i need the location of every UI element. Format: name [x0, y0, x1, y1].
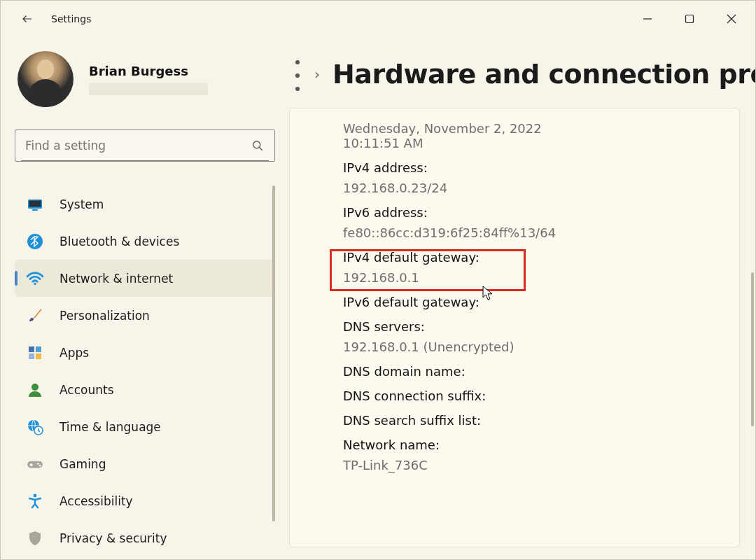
sidebar-item-label: System	[59, 197, 104, 211]
avatar	[18, 51, 74, 107]
sidebar-item-privacy-security[interactable]: Privacy & security	[15, 519, 275, 556]
gamepad-icon	[26, 455, 44, 473]
prop-row: IPv4 default gateway:192.168.0.1	[343, 250, 739, 285]
prop-row: DNS search suffix list:	[343, 413, 739, 428]
svg-point-6	[34, 282, 36, 284]
profile-block[interactable]: Brian Burgess	[18, 51, 275, 107]
svg-point-1	[253, 141, 260, 148]
window-title: Settings	[51, 13, 91, 24]
sidebar-item-apps[interactable]: Apps	[15, 334, 275, 371]
globe-clock-icon	[26, 418, 44, 436]
prop-label: IPv6 address:	[343, 205, 739, 220]
arrow-left-icon	[21, 13, 34, 25]
sidebar-item-label: Gaming	[59, 457, 106, 471]
sidebar-item-label: Bluetooth & devices	[59, 234, 179, 248]
sidebar-item-label: Accounts	[59, 383, 114, 397]
person-icon	[26, 381, 44, 399]
sidebar-scrollbar[interactable]	[272, 186, 275, 522]
profile-texts: Brian Burgess	[89, 64, 208, 95]
user-display-name: Brian Burgess	[89, 64, 208, 78]
prop-label: DNS servers:	[343, 319, 739, 334]
prop-row: DNS servers:192.168.0.1 (Unencrypted)	[343, 319, 739, 354]
prop-value: 192.168.0.23/24	[343, 181, 739, 195]
prop-time: 10:11:51 AM	[343, 136, 739, 150]
prop-row: DNS domain name:	[343, 364, 739, 379]
brush-icon	[26, 307, 44, 325]
sidebar-item-label: Time & language	[59, 420, 161, 434]
svg-rect-0	[686, 15, 694, 23]
prop-label: Network name:	[343, 438, 739, 452]
back-button[interactable]	[16, 8, 38, 30]
user-email-redacted	[89, 83, 208, 95]
svg-point-17	[34, 493, 37, 497]
main-pane: › Hardware and connection pro Wednesday,…	[289, 37, 756, 559]
monitor-icon	[26, 195, 44, 214]
breadcrumb: › Hardware and connection pro	[289, 54, 756, 94]
svg-rect-9	[29, 354, 34, 359]
prop-row: DNS connection suffix:	[343, 388, 739, 403]
sidebar-item-label: Privacy & security	[59, 531, 167, 545]
sidebar-item-accounts[interactable]: Accounts	[15, 371, 275, 408]
prop-row: Network name:TP-Link_736C	[343, 438, 739, 472]
nav-wrap: SystemBluetooth & devicesNetwork & inter…	[15, 186, 275, 556]
chevron-right-icon: ›	[314, 66, 320, 83]
content-area: Brian Burgess SystemBluetooth & devicesN…	[1, 37, 755, 559]
shield-icon	[26, 529, 44, 547]
prop-row: IPv6 address:fe80::86cc:d319:6f25:84ff%1…	[343, 205, 739, 240]
sidebar-item-network-internet[interactable]: Network & internet	[15, 260, 275, 297]
titlebar: Settings	[1, 1, 755, 37]
sidebar-item-label: Apps	[59, 346, 89, 360]
close-button[interactable]	[710, 5, 752, 33]
prop-value: 192.168.0.1 (Unencrypted)	[343, 340, 739, 354]
sidebar-item-label: Personalization	[59, 309, 150, 323]
page-scrollbar[interactable]	[751, 272, 754, 426]
minimize-button[interactable]	[626, 5, 668, 33]
sidebar-item-gaming[interactable]: Gaming	[15, 445, 275, 482]
bluetooth-icon	[26, 232, 44, 251]
prop-row: IPv6 default gateway:	[343, 295, 739, 309]
sidebar-item-personalization[interactable]: Personalization	[15, 297, 275, 334]
prop-value: fe80::86cc:d319:6f25:84ff%13/64	[343, 225, 739, 240]
svg-point-16	[39, 464, 41, 466]
breadcrumb-overflow[interactable]	[293, 54, 302, 94]
sidebar-item-bluetooth-devices[interactable]: Bluetooth & devices	[15, 223, 275, 260]
properties-panel: Wednesday, November 2, 2022 10:11:51 AM …	[289, 108, 740, 547]
prop-value: TP-Link_736C	[343, 458, 739, 472]
maximize-icon	[685, 14, 694, 24]
prop-label: DNS connection suffix:	[343, 388, 739, 403]
settings-window: Settings Brian Burgess	[0, 0, 756, 560]
sidebar-nav: SystemBluetooth & devicesNetwork & inter…	[15, 186, 275, 556]
svg-rect-4	[32, 209, 38, 211]
svg-rect-3	[29, 200, 41, 206]
minimize-icon	[643, 14, 652, 24]
wifi-icon	[26, 270, 44, 288]
apps-icon	[26, 344, 44, 362]
prop-label: IPv4 default gateway:	[343, 250, 739, 265]
sidebar-item-system[interactable]: System	[15, 186, 275, 223]
prop-row: IPv4 address:192.168.0.23/24	[343, 160, 739, 195]
svg-rect-8	[36, 346, 41, 352]
search-input[interactable]	[25, 139, 251, 153]
prop-label: IPv4 address:	[343, 160, 739, 175]
svg-point-11	[31, 384, 38, 391]
accessibility-icon	[26, 492, 44, 510]
search-box[interactable]	[15, 130, 275, 162]
prop-value: 192.168.0.1	[343, 270, 739, 285]
prop-label: DNS search suffix list:	[343, 413, 739, 428]
svg-point-5	[27, 234, 43, 249]
page-title: Hardware and connection pro	[332, 59, 756, 90]
svg-rect-10	[36, 354, 41, 359]
search-icon	[251, 139, 265, 153]
prop-label: IPv6 default gateway:	[343, 295, 739, 309]
sidebar-item-label: Accessibility	[59, 494, 133, 508]
sidebar-item-time-language[interactable]: Time & language	[15, 408, 275, 445]
prop-date: Wednesday, November 2, 2022	[343, 121, 739, 136]
sidebar-item-label: Network & internet	[59, 272, 173, 286]
sidebar-pane: Brian Burgess SystemBluetooth & devicesN…	[1, 37, 289, 559]
svg-point-15	[37, 463, 39, 465]
maximize-button[interactable]	[668, 5, 710, 33]
close-icon	[727, 14, 736, 24]
sidebar-item-accessibility[interactable]: Accessibility	[15, 482, 275, 519]
svg-rect-7	[29, 346, 34, 352]
prop-label: DNS domain name:	[343, 364, 739, 379]
